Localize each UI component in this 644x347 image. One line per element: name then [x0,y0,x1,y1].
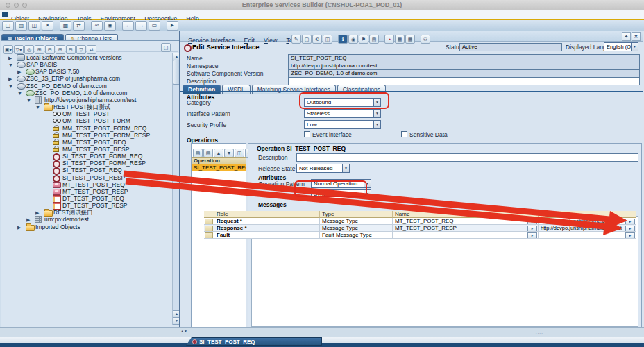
displayed-language-select[interactable]: English (OL)▼ [604,42,638,51]
name-cell[interactable]: MT_TEST_POST_RESP▸ [393,225,539,232]
hierarchy-icon[interactable]: ⚇ [421,35,430,44]
name-cell[interactable]: ▸ [393,232,539,239]
link-icon[interactable]: ∞ [91,21,103,31]
where-used-icon[interactable]: ◉ [348,35,358,44]
copy-icon[interactable]: ◫ [323,35,332,44]
tab-wsdl[interactable]: WSDL [222,85,251,94]
value-help-icon[interactable]: ▸ [625,232,635,239]
value-help-icon[interactable]: ▸ [625,219,635,225]
value-help-icon[interactable]: ▸ [527,232,537,239]
tree-item-om-test-post-form[interactable]: OM_TEST_POST_FORM [1,117,171,124]
graph-icon[interactable]: ▤ [369,35,379,44]
splitter-handle-icon[interactable]: ∷∷ [536,330,543,336]
mm-icon [53,125,59,131]
tree-item-mt-test-post-req[interactable]: MT_TEST_POST_REQ [1,181,171,188]
dropdown-spinner-icon[interactable]: ▼ [373,121,380,128]
copy-icon[interactable]: ◫ [28,21,40,31]
value-help-icon[interactable]: ▸ [527,226,537,232]
row-selector[interactable] [204,232,214,239]
tree-item-si-test-post-req[interactable]: SI_TEST_POST_REQ [1,167,171,174]
horizontal-splitter[interactable]: ∷∷ ▲▼ [0,327,644,338]
tree-item-mm-test-post-form-req[interactable]: MM_TEST_POST_FORM_REQ [1,125,171,132]
favorites-icon[interactable]: ✦ [622,32,631,41]
value-help-icon[interactable]: ▸ [625,226,635,232]
tree-item-zsc-js-erp-of-junshipharma-com[interactable]: ▶ZSC_JS_ERP of junshipharma.com [1,75,171,82]
flag-icon[interactable]: ⚑ [359,35,368,44]
run-icon[interactable]: ► [167,21,178,31]
app-window: Enterprise Services Builder (CNSHDL-POA1… [0,0,644,347]
tree-item-sap-basis[interactable]: ▼SAP BASIS [1,61,171,68]
tree-item-zsc-po-demo-1-0-of-demo-com[interactable]: ▼ZSC_PO_DEMO, 1.0 of demo.com [1,90,171,96]
interface-pattern-dropdown[interactable]: Stateless▼ [304,109,381,118]
exchange-icon[interactable]: ⇄ [73,21,85,31]
expand-icon[interactable]: ▶ [17,224,23,231]
table-row-response[interactable]: Response *Message TypeMT_TEST_POST_RESP▸… [204,225,638,232]
column-header-type[interactable]: Type [320,211,393,218]
tree-item-si-test-post-form-req[interactable]: SI_TEST_POST_FORM_REQ [1,153,171,160]
tree-item-sap-basis-7-50[interactable]: ▶SAP BASIS 7.50 [1,68,171,75]
row-selector[interactable] [204,218,214,225]
tree-item-rest-post-[interactable]: ▼REST POST接口测试 [1,103,171,110]
delete-icon[interactable]: ✕ [42,21,53,31]
column-header-role[interactable]: Role [214,211,320,218]
minimize-window-icon[interactable] [14,3,19,8]
close-window-icon[interactable] [6,3,10,8]
tree-item-dt-test-post-resp[interactable]: DT_TEST_POST_RESP [1,202,171,209]
info-icon[interactable]: ℹ [338,35,348,44]
release-state-dropdown[interactable]: Not Released▼ [296,164,350,173]
open-object-tab[interactable]: SI_TEST_POST_REQ [186,337,322,346]
table-row-fault[interactable]: FaultFault Message Type▸▸ [204,232,638,239]
editor-menu-view[interactable]: View [264,37,277,44]
tree-item-mm-test-post-form-resp[interactable]: MM_TEST_POST_FORM_RESP [1,132,171,139]
close-editor-icon[interactable]: ✕ [632,32,641,41]
row-selector[interactable] [204,225,214,232]
column-header-name[interactable]: Name [393,211,539,218]
tree-item-local-software-component-versions[interactable]: ▶Local Software Component Versions [1,54,171,61]
tab-definition[interactable]: Definition [183,85,221,94]
edit-icon[interactable]: ✎ [291,35,301,44]
dropdown-spinner-icon[interactable]: ▼ [631,43,638,51]
table-icon[interactable]: ▦ [395,35,405,44]
tree-item-mm-test-post-resp[interactable]: MM_TEST_POST_RESP [1,146,171,153]
tree-item-si-test-post-resp[interactable]: SI_TEST_POST_RESP [1,174,171,181]
tree-item-si-test-post-form-resp[interactable]: SI_TEST_POST_FORM_RESP [1,160,171,167]
operation-description-field[interactable] [296,153,638,162]
tree-item-rest-[interactable]: ▶REST测试接口 [1,209,171,216]
splitter-collapse-icon[interactable]: ▲▼ [180,329,187,333]
display-icon[interactable]: ▦ [60,21,71,31]
refresh-icon[interactable]: ⟲ [312,35,322,44]
security-profile-dropdown[interactable]: Low▼ [304,120,381,129]
dropdown-spinner-icon[interactable]: ▼ [342,164,349,172]
tree-item-http-devpo-junshipharma-com-test[interactable]: ▼http://devpo.junshipharma.com/test [1,96,171,103]
history-icon[interactable]: ◔ [384,35,394,44]
tree-item-dt-test-post-req[interactable]: DT_TEST_POST_REQ [1,195,171,202]
operation-row-selected[interactable]: SI_TEST_POST_REQ [192,164,246,171]
table-row-request[interactable]: Request *Message TypeMT_TEST_POST_REQ▸ht… [204,218,638,225]
panel-options-icon[interactable]: ▢ [161,43,171,52]
namespace-cell[interactable]: ▸ [539,232,636,239]
new-icon[interactable]: ▢ [2,21,14,31]
tree-item-om-test-post[interactable]: OM_TEST_POST [1,110,171,117]
calendar-icon[interactable]: ▦ [405,35,415,44]
tree-item-mt-test-post-resp[interactable]: MT_TEST_POST_RESP [1,188,171,195]
window-icon[interactable]: ▭ [149,21,160,31]
namespace-cell[interactable]: http://devpo.junshipharma.com/test▸ [539,218,636,225]
dropdown-spinner-icon[interactable]: ▼ [373,110,380,117]
broadcast-icon[interactable]: ◉ [104,21,116,31]
tree-item-zsc-po-demo-of-demo-com[interactable]: ▼ZSC_PO_DEMO of demo.com [1,83,171,90]
zoom-window-icon[interactable] [22,3,27,8]
column-header-namespace[interactable]: Namespace [539,211,636,218]
name-cell[interactable]: MT_TEST_POST_REQ▸ [393,218,539,225]
open-icon[interactable]: ▤ [15,21,27,31]
mt-icon [53,189,61,195]
window-bottom-edge [0,343,644,347]
tree-item-urn-po-demo-test[interactable]: ▶urn:po:demo:test [1,216,171,223]
mm-icon [53,139,59,145]
tree-item-imported-objects[interactable]: ▶Imported Objects [1,223,171,230]
forward-icon[interactable]: → [135,21,147,31]
value-help-icon[interactable]: ▸ [527,219,537,225]
back-icon[interactable]: ← [122,21,134,31]
tree-item-mm-test-post-req[interactable]: MM_TEST_POST_REQ [1,139,171,146]
namespace-cell[interactable]: http://devpo.junshipharma.com/test▸ [539,225,636,232]
display-icon[interactable]: ▢ [302,35,312,44]
